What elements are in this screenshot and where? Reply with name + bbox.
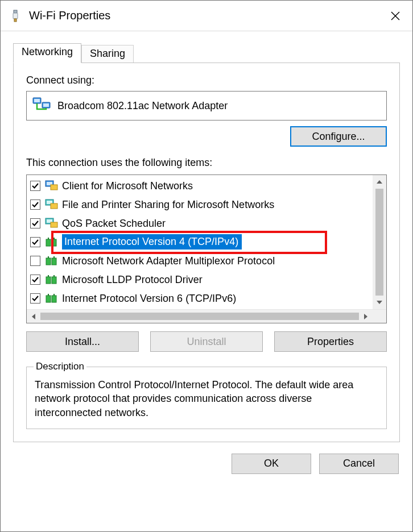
hscroll-thumb[interactable]	[40, 313, 359, 320]
checkbox[interactable]	[30, 256, 40, 266]
list-item-label: Microsoft Network Adapter Multiplexor Pr…	[62, 256, 275, 266]
close-button[interactable]	[378, 1, 412, 31]
svg-rect-2	[14, 19, 16, 22]
items-label: This connection uses the following items…	[26, 157, 387, 169]
tab-sharing[interactable]: Sharing	[81, 45, 134, 63]
list-item-label: Internet Protocol Version 6 (TCP/IPv6)	[62, 293, 236, 304]
list-item[interactable]: Internet Protocol Version 4 (TCP/IPv4)	[27, 232, 373, 251]
install-button[interactable]: Install...	[26, 331, 139, 352]
protocol-icon	[44, 273, 59, 286]
protocol-icon	[44, 292, 59, 305]
cancel-button[interactable]: Cancel	[319, 454, 399, 474]
protocol-icon	[44, 179, 59, 193]
checkbox[interactable]	[30, 200, 40, 210]
tab-networking[interactable]: Networking	[13, 43, 81, 63]
description-group: Description Transmission Control Protoco…	[26, 361, 387, 429]
list-item[interactable]: File and Printer Sharing for Microsoft N…	[27, 195, 373, 214]
list-item-label: Client for Microsoft Networks	[62, 181, 193, 191]
adapter-icon	[9, 9, 22, 23]
svg-rect-11	[51, 185, 57, 190]
configure-button[interactable]: Configure...	[290, 126, 387, 147]
svg-rect-23	[52, 258, 56, 265]
scroll-down-icon[interactable]	[373, 296, 386, 309]
protocol-icon	[44, 235, 59, 249]
list-item[interactable]: QoS Packet Scheduler	[27, 214, 373, 232]
list-item[interactable]: Microsoft LLDP Protocol Driver	[27, 270, 373, 289]
adapter-box[interactable]: Broadcom 802.11ac Network Adapter	[26, 91, 387, 120]
connect-using-label: Connect using:	[26, 74, 387, 86]
protocol-icon	[44, 217, 59, 230]
svg-rect-18	[46, 239, 51, 246]
window-title: Wi-Fi Properties	[29, 9, 378, 22]
list-item[interactable]: Internet Protocol Version 6 (TCP/IPv6)	[27, 289, 373, 307]
checkbox[interactable]	[30, 218, 40, 228]
checkbox[interactable]	[30, 293, 40, 304]
scroll-left-icon[interactable]	[27, 310, 40, 323]
wifi-properties-dialog: Wi-Fi Properties Networking Sharing Conn…	[0, 0, 413, 532]
list-item-label: QoS Packet Scheduler	[62, 218, 166, 228]
protocol-icon	[44, 198, 59, 211]
network-adapter-icon	[32, 97, 51, 115]
checkbox[interactable]	[30, 181, 40, 191]
scroll-corner	[373, 310, 386, 323]
svg-rect-31	[52, 296, 56, 302]
svg-rect-0	[14, 10, 17, 13]
svg-rect-17	[51, 222, 57, 227]
items-listbox[interactable]: Client for Microsoft NetworksFile and Pr…	[26, 174, 387, 323]
svg-rect-22	[46, 258, 51, 265]
tabs: Networking Sharing	[13, 43, 400, 63]
tab-panel-networking: Connect using: Broadcom 802.11ac Network…	[13, 63, 400, 442]
svg-rect-8	[43, 103, 49, 107]
adapter-name: Broadcom 802.11ac Network Adapter	[57, 100, 228, 112]
list-item[interactable]: Microsoft Network Adapter Multiplexor Pr…	[27, 251, 373, 270]
list-item[interactable]: Client for Microsoft Networks	[27, 176, 373, 195]
titlebar: Wi-Fi Properties	[1, 1, 412, 31]
scroll-right-icon[interactable]	[359, 310, 373, 323]
svg-rect-14	[51, 203, 57, 209]
horizontal-scrollbar[interactable]	[27, 309, 386, 323]
properties-button[interactable]: Properties	[274, 331, 387, 352]
checkbox[interactable]	[30, 237, 40, 247]
description-legend: Description	[34, 361, 86, 372]
protocol-icon	[44, 254, 59, 268]
svg-rect-19	[52, 239, 56, 246]
ok-button[interactable]: OK	[232, 454, 311, 474]
svg-rect-1	[13, 13, 18, 19]
description-text: Transmission Control Protocol/Internet P…	[35, 378, 378, 419]
svg-rect-27	[52, 277, 56, 284]
scroll-thumb[interactable]	[375, 189, 383, 296]
svg-rect-30	[46, 296, 51, 302]
svg-rect-6	[34, 99, 40, 102]
uninstall-button: Uninstall	[150, 331, 263, 352]
list-item-label: Microsoft LLDP Protocol Driver	[62, 275, 203, 285]
scroll-up-icon[interactable]	[373, 175, 386, 189]
vertical-scrollbar[interactable]	[373, 175, 386, 309]
list-item-label: File and Printer Sharing for Microsoft N…	[62, 200, 274, 210]
svg-rect-26	[46, 277, 51, 284]
checkbox[interactable]	[30, 275, 40, 285]
list-item-label: Internet Protocol Version 4 (TCP/IPv4)	[62, 234, 242, 250]
